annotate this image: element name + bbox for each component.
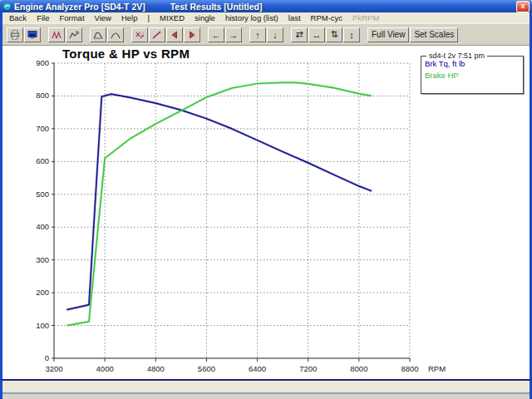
series-line-brk-tq-ft-lb — [66, 94, 372, 310]
compare-plot-icon — [135, 30, 145, 40]
toolbar-group: ↑↓ — [249, 27, 284, 42]
x-tick-label: 4000 — [96, 364, 114, 373]
window-title-doc: Test Results [Untitled] — [170, 2, 263, 12]
y-tick-label: 800 — [36, 91, 49, 100]
red-right-arrow-icon — [187, 30, 197, 40]
menu-item-view[interactable]: View — [90, 13, 116, 22]
chart-title: Torque & HP vs RPM — [62, 47, 190, 61]
y-tick-label: 200 — [36, 288, 49, 297]
legend-item-brake-hp: Brake HP — [421, 68, 523, 80]
toolbar-group — [48, 27, 83, 42]
y-tick-label: 900 — [36, 58, 49, 67]
app-window: Engine Analyzer Pro [SD4-T 2V] Test Resu… — [0, 0, 532, 399]
x-tick-label: 7200 — [299, 364, 317, 373]
y-tick-label: 600 — [36, 156, 49, 165]
toolbar-group — [90, 27, 125, 42]
x-tick-label: 4800 — [147, 364, 165, 373]
chart-area: 0100200300400500600700800900320040004800… — [2, 46, 530, 379]
menu-item-format[interactable]: Format — [54, 13, 89, 22]
compress-x-button[interactable]: ⇄ — [291, 27, 308, 42]
line-plot-button[interactable] — [149, 27, 165, 42]
multi-plot-button[interactable] — [48, 27, 65, 42]
zoom-plot-icon — [69, 30, 79, 40]
x-tick-label: 3200 — [45, 364, 62, 373]
menu-item-last[interactable]: last — [283, 13, 306, 22]
toolbar-group: Full ViewSet Scales — [367, 27, 459, 42]
menu-item-history-log-list[interactable]: history log (list) — [220, 13, 283, 22]
full-view-button[interactable]: Full View — [367, 27, 409, 42]
menu-separator: | — [143, 13, 155, 22]
dome-curve-button[interactable] — [107, 27, 124, 42]
screen-view-button[interactable] — [24, 27, 41, 42]
series-line-brake-hp — [66, 82, 372, 325]
y-tick-label: 300 — [36, 255, 49, 264]
line-plot-icon — [152, 30, 162, 40]
title-bar: Engine Analyzer Pro [SD4-T 2V] Test Resu… — [0, 0, 532, 12]
red-left-arrow-icon — [170, 30, 180, 40]
pan-left-button[interactable]: ← — [208, 27, 224, 42]
compare-plot-button[interactable] — [131, 27, 148, 42]
menu-item-help[interactable]: Help — [116, 13, 143, 22]
zoom-plot-button[interactable] — [66, 27, 82, 42]
x-tick-label: 8800 — [401, 364, 418, 373]
legend-items: Brk Tq, ft lbBrake HP — [421, 57, 523, 80]
multi-plot-icon — [52, 30, 62, 40]
menu-bar: BackFileFormatViewHelp|MIXEDsinglehistor… — [2, 12, 530, 23]
x-tick-label: 5600 — [198, 364, 215, 373]
x-axis-label: RPM — [428, 364, 446, 373]
toolbar-group: ⇄↔⇅↕ — [291, 27, 361, 42]
expand-y-button[interactable]: ↕ — [343, 27, 360, 42]
series-halo-brake-hp — [66, 82, 372, 325]
dome-curve-icon — [111, 30, 121, 40]
window-title-app: Engine Analyzer Pro [SD4-T 2V] — [14, 2, 145, 12]
peak-curve-button[interactable] — [90, 27, 106, 42]
window-frame: BackFileFormatViewHelp|MIXEDsinglehistor… — [0, 12, 532, 379]
y-tick-label: 700 — [36, 124, 49, 133]
toolbar-group — [131, 27, 201, 42]
pan-up-button[interactable]: ↑ — [249, 27, 266, 42]
plot-canvas: 0100200300400500600700800900320040004800… — [2, 46, 530, 379]
x-tick-label: 6400 — [249, 364, 266, 373]
expand-x-button[interactable]: ↔ — [308, 27, 325, 42]
set-scales-button[interactable]: Set Scales — [410, 27, 458, 42]
x-tick-label: 8000 — [350, 364, 367, 373]
compress-y-button[interactable]: ⇅ — [326, 27, 342, 42]
y-tick-label: 100 — [36, 321, 49, 330]
print-button[interactable] — [7, 27, 23, 42]
peak-curve-icon — [93, 30, 103, 40]
menu-item-pkrpm[interactable]: PkRPM — [347, 13, 384, 22]
menu-item-file[interactable]: File — [32, 13, 54, 22]
history-next-button[interactable] — [184, 27, 200, 42]
y-tick-label: 400 — [36, 222, 49, 231]
app-icon — [2, 2, 12, 11]
pan-down-button[interactable]: ↓ — [267, 27, 283, 42]
menu-item-rpm-cyc[interactable]: RPM-cyc — [306, 13, 348, 22]
pan-right-button[interactable]: → — [225, 27, 242, 42]
toolbar-group: ←→ — [208, 27, 243, 42]
menu-item-single[interactable]: single — [190, 13, 220, 22]
legend-box: sd4-t 2v 7:51 pm Brk Tq, ft lbBrake HP — [421, 56, 524, 94]
legend-caption: sd4-t 2v 7:51 pm — [426, 52, 487, 60]
menu-item-mixed[interactable]: MIXED — [155, 13, 190, 22]
window-bottom-frame — [0, 379, 532, 399]
toolbar-group — [7, 27, 42, 42]
history-prev-button[interactable] — [166, 27, 183, 42]
y-tick-label: 0 — [45, 353, 49, 362]
printer-icon — [10, 30, 20, 40]
toolbar: ←→↑↓⇄↔⇅↕Full ViewSet Scales — [2, 23, 530, 46]
close-button[interactable]: x — [516, 1, 530, 12]
menu-item-back[interactable]: Back — [4, 13, 32, 22]
monitor-icon — [27, 30, 37, 40]
series-halo-brk-tq-ft-lb — [66, 94, 372, 310]
y-tick-label: 500 — [36, 190, 49, 199]
